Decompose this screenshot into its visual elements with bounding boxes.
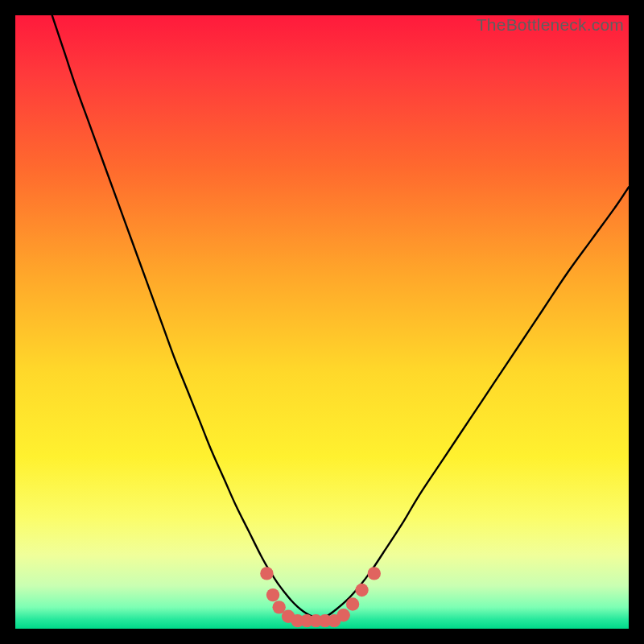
- plot-frame: TheBottleneck.com: [15, 15, 629, 629]
- trough-marker: [368, 567, 381, 580]
- trough-marker: [355, 584, 368, 597]
- trough-marker: [336, 609, 349, 621]
- bottleneck-chart: [15, 15, 629, 629]
- trough-marker: [346, 597, 359, 610]
- trough-marker: [260, 567, 273, 580]
- gradient-background: [15, 15, 629, 629]
- trough-marker: [266, 588, 279, 601]
- watermark-text: TheBottleneck.com: [477, 15, 624, 35]
